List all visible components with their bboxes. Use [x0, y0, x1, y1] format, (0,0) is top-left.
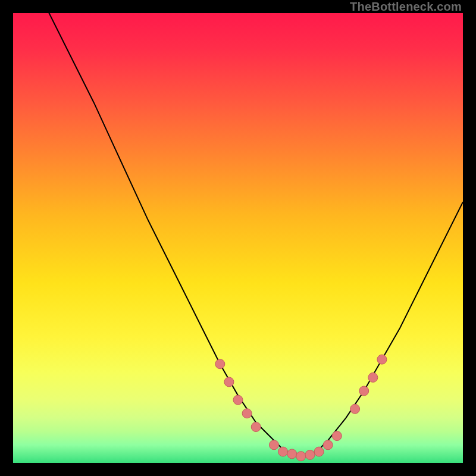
data-marker: [359, 386, 369, 396]
chart-svg: [13, 13, 463, 463]
data-marker: [350, 404, 360, 414]
data-marker: [233, 395, 243, 405]
watermark-text: TheBottleneck.com: [350, 0, 462, 14]
data-marker: [368, 372, 378, 382]
data-marker: [332, 431, 342, 441]
data-marker: [224, 377, 234, 387]
data-marker: [215, 359, 225, 369]
data-marker: [314, 447, 324, 456]
data-marker: [287, 449, 297, 459]
data-marker: [251, 422, 261, 432]
curve: [13, 0, 463, 456]
data-marker: [270, 440, 279, 450]
plot-area: [13, 13, 463, 463]
data-marker: [278, 447, 288, 456]
data-marker: [323, 440, 333, 450]
data-marker: [242, 409, 252, 418]
data-marker: [296, 452, 306, 461]
data-marker: [377, 355, 387, 364]
data-marker: [305, 450, 315, 459]
chart-frame: TheBottleneck.com: [0, 0, 476, 476]
